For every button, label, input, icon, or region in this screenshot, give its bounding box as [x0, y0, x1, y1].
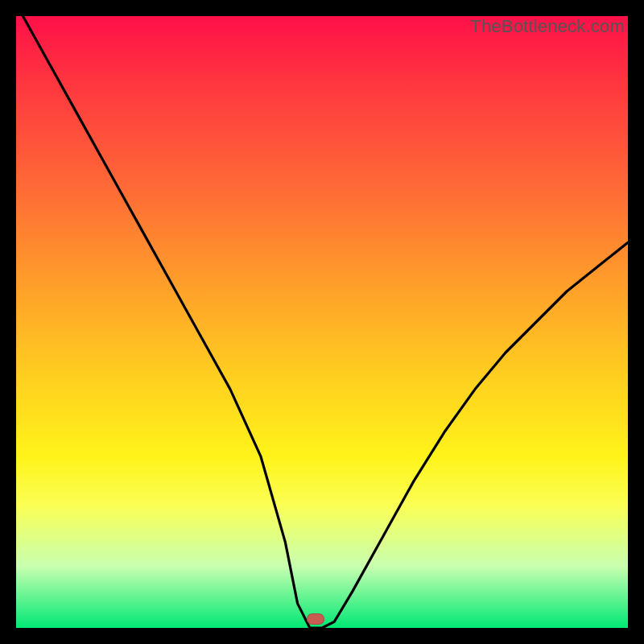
optimal-point-marker [307, 613, 324, 625]
plot-area: TheBottleneck.com [16, 16, 628, 628]
bottleneck-curve [16, 16, 628, 628]
chart-frame: TheBottleneck.com [0, 0, 644, 644]
